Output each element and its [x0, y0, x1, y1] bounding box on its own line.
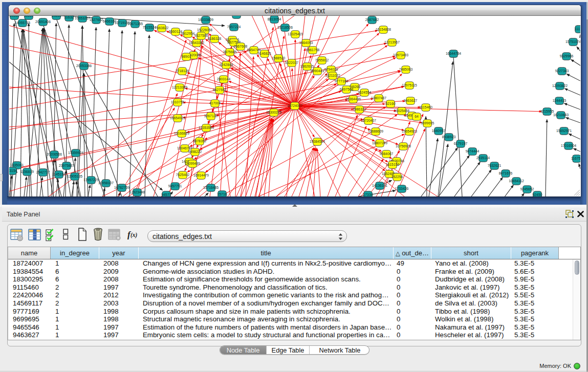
svg-text:90557: 90557	[24, 16, 34, 17]
svg-text:2935114: 2935114	[476, 156, 490, 160]
svg-text:17957225: 17957225	[83, 178, 99, 182]
svg-text:23975887: 23975887	[59, 164, 74, 167]
svg-text:3267130: 3267130	[204, 114, 218, 118]
svg-text:20364436: 20364436	[345, 97, 361, 101]
svg-text:116753: 116753	[571, 157, 580, 160]
svg-text:98901: 98901	[182, 55, 191, 58]
svg-text:2367608: 2367608	[234, 45, 248, 48]
svg-text:7625402: 7625402	[176, 173, 190, 177]
svg-text:9146821: 9146821	[258, 52, 272, 55]
svg-text:1615152: 1615152	[386, 163, 400, 166]
svg-text:10653267: 10653267	[75, 16, 90, 20]
svg-text:16644784: 16644784	[446, 52, 461, 55]
svg-text:16512: 16512	[232, 16, 242, 16]
svg-text:10025458: 10025458	[394, 109, 409, 113]
svg-text:25300275: 25300275	[266, 111, 281, 114]
svg-text:9327506: 9327506	[194, 34, 208, 37]
svg-text:16046788: 16046788	[177, 146, 192, 150]
svg-text:10958107: 10958107	[98, 181, 114, 185]
svg-text:62160: 62160	[386, 102, 396, 105]
svg-text:16543382: 16543382	[189, 41, 204, 45]
svg-text:15716485: 15716485	[203, 186, 219, 189]
svg-text:1733426: 1733426	[395, 187, 409, 190]
svg-text:8427552: 8427552	[213, 88, 227, 92]
svg-text:2942737: 2942737	[36, 170, 50, 174]
svg-text:1156819: 1156819	[20, 170, 34, 173]
svg-text:12353594: 12353594	[199, 126, 214, 129]
svg-text:19166829: 19166829	[174, 132, 189, 135]
svg-text:6497568: 6497568	[340, 87, 354, 91]
svg-text:8660124: 8660124	[169, 30, 183, 33]
svg-text:16914479: 16914479	[193, 173, 209, 177]
svg-text:11632: 11632	[64, 16, 74, 19]
svg-text:1864093: 1864093	[299, 41, 313, 45]
svg-text:1244415: 1244415	[553, 99, 567, 102]
svg-text:10688609: 10688609	[368, 129, 383, 133]
svg-text:1145194: 1145194	[52, 172, 66, 176]
svg-text:6961758: 6961758	[306, 48, 320, 52]
svg-text:15720407: 15720407	[361, 119, 376, 122]
svg-text:18807249: 18807249	[372, 141, 387, 145]
svg-text:9699695: 9699695	[421, 121, 434, 125]
svg-text:8912954: 8912954	[181, 32, 195, 35]
svg-text:6179197: 6179197	[454, 142, 468, 145]
svg-text:7955812: 7955812	[315, 58, 329, 62]
svg-text:16782759: 16782759	[114, 186, 129, 189]
svg-text:3624554: 3624554	[358, 91, 372, 94]
svg-text:7632621: 7632621	[488, 164, 502, 167]
svg-text:9329966: 9329966	[560, 54, 574, 58]
svg-text:16033809: 16033809	[198, 18, 213, 21]
svg-text:12213389: 12213389	[172, 85, 187, 89]
svg-text:33154: 33154	[9, 169, 17, 172]
svg-text:8471676: 8471676	[499, 171, 513, 175]
svg-text:10654112: 10654112	[509, 179, 524, 183]
svg-text:9463627: 9463627	[404, 99, 418, 102]
svg-text:8215955: 8215955	[540, 110, 554, 113]
svg-text:16210643: 16210643	[553, 113, 569, 117]
svg-text:19654923: 19654923	[402, 129, 417, 133]
svg-text:2718126: 2718126	[176, 69, 189, 73]
svg-text:8813054: 8813054	[268, 17, 281, 21]
svg-text:20553: 20553	[10, 16, 19, 17]
svg-text:20691406: 20691406	[35, 20, 51, 24]
svg-text:8454749: 8454749	[247, 48, 261, 52]
svg-text:8938923: 8938923	[442, 135, 456, 139]
svg-text:16654925: 16654925	[170, 116, 185, 120]
svg-text:16154808: 16154808	[376, 28, 391, 31]
svg-text:5498222: 5498222	[188, 150, 202, 154]
svg-text:17016504: 17016504	[561, 144, 576, 147]
svg-text:3875685: 3875685	[223, 50, 237, 54]
svg-text:18724007: 18724007	[287, 104, 302, 107]
svg-text:10671355: 10671355	[127, 22, 143, 26]
svg-text:16211022: 16211022	[325, 74, 340, 77]
svg-text:14099489: 14099489	[185, 162, 200, 165]
svg-text:12093822: 12093822	[552, 84, 568, 87]
svg-text:20206566: 20206566	[47, 152, 62, 156]
svg-text:2087682: 2087682	[365, 18, 379, 21]
svg-text:14136141: 14136141	[372, 184, 387, 187]
svg-text:15226058: 15226058	[197, 28, 212, 32]
svg-text:5322037: 5322037	[285, 61, 299, 64]
svg-text:252254: 252254	[391, 175, 403, 179]
svg-text:14055715: 14055715	[15, 21, 30, 25]
svg-text:13325419: 13325419	[288, 32, 303, 36]
svg-text:9242848: 9242848	[220, 63, 233, 67]
svg-text:9227343: 9227343	[555, 69, 569, 73]
svg-text:1527602: 1527602	[90, 18, 103, 21]
svg-text:(x): (x)	[130, 232, 138, 238]
svg-text:7857224: 7857224	[227, 25, 241, 29]
svg-text:10973493: 10973493	[393, 53, 408, 57]
svg-text:417004: 417004	[209, 101, 221, 105]
svg-text:9457791: 9457791	[168, 184, 182, 188]
svg-text:6794028: 6794028	[324, 68, 338, 71]
svg-text:12905135: 12905135	[67, 174, 82, 178]
svg-text:12975115: 12975115	[402, 83, 417, 87]
svg-text:1362615: 1362615	[300, 64, 314, 68]
svg-text:2803144: 2803144	[217, 77, 231, 81]
svg-text:9474444: 9474444	[466, 149, 480, 153]
svg-text:9245652: 9245652	[520, 187, 534, 191]
svg-text:1588520: 1588520	[272, 56, 286, 60]
svg-text:10807487: 10807487	[371, 96, 386, 100]
svg-text:15751074: 15751074	[565, 40, 580, 43]
svg-text:12923448: 12923448	[129, 190, 145, 194]
